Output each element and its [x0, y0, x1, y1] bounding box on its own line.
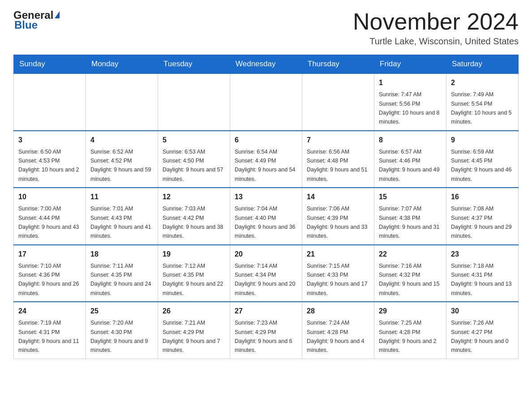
calendar-cell-5-7: 30Sunrise: 7:26 AMSunset: 4:27 PMDayligh…: [446, 302, 519, 359]
day-info: Sunrise: 7:08 AMSunset: 4:37 PMDaylight:…: [451, 206, 512, 239]
day-info: Sunrise: 6:57 AMSunset: 4:46 PMDaylight:…: [379, 149, 440, 182]
day-number: 30: [451, 306, 514, 317]
day-number: 16: [451, 192, 514, 202]
day-info: Sunrise: 7:01 AMSunset: 4:43 PMDaylight:…: [90, 206, 151, 239]
calendar-cell-4-4: 20Sunrise: 7:14 AMSunset: 4:34 PMDayligh…: [230, 245, 302, 302]
day-info: Sunrise: 6:53 AMSunset: 4:50 PMDaylight:…: [163, 149, 223, 182]
calendar-week-4: 17Sunrise: 7:10 AMSunset: 4:36 PMDayligh…: [14, 245, 519, 302]
calendar-cell-2-1: 3Sunrise: 6:50 AMSunset: 4:53 PMDaylight…: [14, 131, 86, 188]
calendar-cell-3-2: 11Sunrise: 7:01 AMSunset: 4:43 PMDayligh…: [86, 188, 158, 245]
page-header: General Blue November 2024 Turtle Lake, …: [13, 9, 519, 47]
calendar-cell-5-2: 25Sunrise: 7:20 AMSunset: 4:30 PMDayligh…: [86, 302, 158, 359]
month-title: November 2024: [353, 9, 519, 34]
day-info: Sunrise: 6:52 AMSunset: 4:52 PMDaylight:…: [90, 149, 151, 182]
day-info: Sunrise: 6:50 AMSunset: 4:53 PMDaylight:…: [18, 149, 79, 182]
calendar-cell-5-1: 24Sunrise: 7:19 AMSunset: 4:31 PMDayligh…: [14, 302, 86, 359]
day-info: Sunrise: 6:59 AMSunset: 4:45 PMDaylight:…: [451, 149, 512, 182]
calendar-cell-3-1: 10Sunrise: 7:00 AMSunset: 4:44 PMDayligh…: [14, 188, 86, 245]
logo-text-blue: Blue: [13, 19, 38, 31]
day-info: Sunrise: 7:07 AMSunset: 4:38 PMDaylight:…: [379, 206, 440, 239]
day-number: 23: [451, 249, 514, 260]
day-info: Sunrise: 7:10 AMSunset: 4:36 PMDaylight:…: [18, 263, 79, 296]
day-number: 9: [451, 135, 514, 146]
calendar-cell-1-6: 1Sunrise: 7:47 AMSunset: 5:56 PMDaylight…: [374, 73, 446, 131]
day-info: Sunrise: 7:23 AMSunset: 4:29 PMDaylight:…: [235, 320, 292, 353]
calendar-cell-1-1: [14, 73, 86, 131]
day-info: Sunrise: 7:04 AMSunset: 4:40 PMDaylight:…: [235, 206, 296, 239]
day-info: Sunrise: 7:16 AMSunset: 4:32 PMDaylight:…: [379, 263, 440, 296]
day-number: 20: [235, 249, 297, 260]
calendar-cell-3-6: 15Sunrise: 7:07 AMSunset: 4:38 PMDayligh…: [374, 188, 446, 245]
header-saturday: Saturday: [446, 55, 519, 74]
day-info: Sunrise: 7:26 AMSunset: 4:27 PMDaylight:…: [451, 320, 509, 353]
day-number: 29: [379, 306, 442, 317]
day-number: 12: [163, 192, 225, 202]
calendar-cell-1-7: 2Sunrise: 7:49 AMSunset: 5:54 PMDaylight…: [446, 73, 519, 131]
day-info: Sunrise: 6:54 AMSunset: 4:49 PMDaylight:…: [235, 149, 296, 182]
calendar-week-1: 1Sunrise: 7:47 AMSunset: 5:56 PMDaylight…: [14, 73, 519, 131]
day-number: 14: [307, 192, 369, 202]
day-info: Sunrise: 7:00 AMSunset: 4:44 PMDaylight:…: [18, 206, 79, 239]
calendar-cell-5-4: 27Sunrise: 7:23 AMSunset: 4:29 PMDayligh…: [230, 302, 302, 359]
calendar-cell-2-4: 6Sunrise: 6:54 AMSunset: 4:49 PMDaylight…: [230, 131, 302, 188]
calendar-cell-1-5: [302, 73, 374, 131]
day-info: Sunrise: 7:18 AMSunset: 4:31 PMDaylight:…: [451, 263, 512, 296]
location-subtitle: Turtle Lake, Wisconsin, United States: [353, 36, 519, 47]
day-number: 6: [235, 135, 297, 146]
day-info: Sunrise: 7:06 AMSunset: 4:39 PMDaylight:…: [307, 206, 368, 239]
day-number: 11: [90, 192, 153, 202]
calendar-week-2: 3Sunrise: 6:50 AMSunset: 4:53 PMDaylight…: [14, 131, 519, 188]
day-info: Sunrise: 7:49 AMSunset: 5:54 PMDaylight:…: [451, 91, 512, 125]
calendar-cell-2-7: 9Sunrise: 6:59 AMSunset: 4:45 PMDaylight…: [446, 131, 519, 188]
calendar-cell-3-7: 16Sunrise: 7:08 AMSunset: 4:37 PMDayligh…: [446, 188, 519, 245]
calendar-week-5: 24Sunrise: 7:19 AMSunset: 4:31 PMDayligh…: [14, 302, 519, 359]
day-info: Sunrise: 7:19 AMSunset: 4:31 PMDaylight:…: [18, 320, 79, 353]
calendar-cell-4-6: 22Sunrise: 7:16 AMSunset: 4:32 PMDayligh…: [374, 245, 446, 302]
day-number: 13: [235, 192, 297, 202]
day-number: 4: [90, 135, 153, 146]
day-info: Sunrise: 7:14 AMSunset: 4:34 PMDaylight:…: [235, 263, 296, 296]
calendar-week-3: 10Sunrise: 7:00 AMSunset: 4:44 PMDayligh…: [14, 188, 519, 245]
day-number: 3: [18, 135, 81, 146]
day-info: Sunrise: 7:03 AMSunset: 4:42 PMDaylight:…: [163, 206, 223, 239]
calendar-cell-1-2: [86, 73, 158, 131]
day-number: 24: [18, 306, 81, 317]
day-number: 1: [379, 77, 442, 88]
calendar-cell-1-4: [230, 73, 302, 131]
day-number: 15: [379, 192, 442, 202]
day-number: 7: [307, 135, 369, 146]
day-number: 22: [379, 249, 442, 260]
calendar-cell-2-2: 4Sunrise: 6:52 AMSunset: 4:52 PMDaylight…: [86, 131, 158, 188]
calendar-cell-4-2: 18Sunrise: 7:11 AMSunset: 4:35 PMDayligh…: [86, 245, 158, 302]
day-number: 25: [90, 306, 153, 317]
day-info: Sunrise: 7:47 AMSunset: 5:56 PMDaylight:…: [379, 91, 440, 125]
calendar-header-row: SundayMondayTuesdayWednesdayThursdayFrid…: [14, 55, 519, 74]
day-info: Sunrise: 7:24 AMSunset: 4:28 PMDaylight:…: [307, 320, 365, 353]
calendar-cell-5-3: 26Sunrise: 7:21 AMSunset: 4:29 PMDayligh…: [158, 302, 230, 359]
day-number: 28: [307, 306, 369, 317]
day-info: Sunrise: 7:15 AMSunset: 4:33 PMDaylight:…: [307, 263, 368, 296]
calendar-cell-5-5: 28Sunrise: 7:24 AMSunset: 4:28 PMDayligh…: [302, 302, 374, 359]
calendar-cell-4-7: 23Sunrise: 7:18 AMSunset: 4:31 PMDayligh…: [446, 245, 519, 302]
day-info: Sunrise: 7:21 AMSunset: 4:29 PMDaylight:…: [163, 320, 220, 353]
calendar-cell-1-3: [158, 73, 230, 131]
header-monday: Monday: [86, 55, 158, 74]
calendar-cell-4-5: 21Sunrise: 7:15 AMSunset: 4:33 PMDayligh…: [302, 245, 374, 302]
calendar-cell-4-1: 17Sunrise: 7:10 AMSunset: 4:36 PMDayligh…: [14, 245, 86, 302]
day-number: 2: [451, 77, 514, 88]
day-number: 19: [163, 249, 225, 260]
day-number: 27: [235, 306, 297, 317]
header-tuesday: Tuesday: [158, 55, 230, 74]
day-number: 18: [90, 249, 153, 260]
calendar-cell-3-5: 14Sunrise: 7:06 AMSunset: 4:39 PMDayligh…: [302, 188, 374, 245]
day-info: Sunrise: 6:56 AMSunset: 4:48 PMDaylight:…: [307, 149, 368, 182]
day-number: 26: [163, 306, 225, 317]
day-number: 21: [307, 249, 369, 260]
day-number: 17: [18, 249, 81, 260]
header-sunday: Sunday: [14, 55, 86, 74]
header-thursday: Thursday: [302, 55, 374, 74]
calendar-table: SundayMondayTuesdayWednesdayThursdayFrid…: [13, 55, 519, 359]
header-wednesday: Wednesday: [230, 55, 302, 74]
calendar-cell-4-3: 19Sunrise: 7:12 AMSunset: 4:35 PMDayligh…: [158, 245, 230, 302]
day-number: 8: [379, 135, 442, 146]
